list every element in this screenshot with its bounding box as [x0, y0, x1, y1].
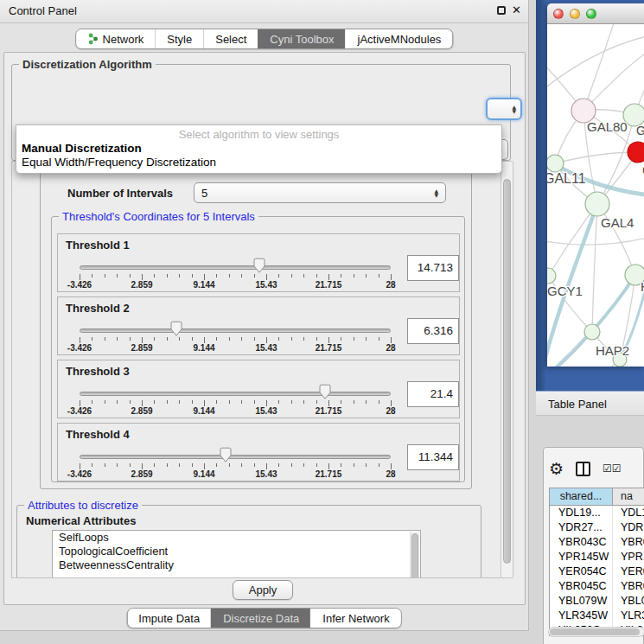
tab-select[interactable]: Select [203, 29, 258, 48]
node-label: H [641, 279, 644, 294]
cell-shared-name[interactable]: YLR345W [550, 609, 613, 623]
settings-vertical-scrollbar[interactable] [501, 161, 513, 578]
table-toolbar: ⚙ ☑☑ [549, 455, 644, 482]
slider-thumb[interactable] [318, 384, 332, 400]
cell-shared-name[interactable]: YBL079W [550, 594, 613, 609]
tab-cyni-toolbox[interactable]: Cyni Toolbox [258, 29, 345, 48]
network-node[interactable] [547, 155, 564, 172]
number-of-intervals-value: 5 [201, 187, 207, 200]
network-node[interactable] [547, 268, 556, 284]
tab-jactivemnodules[interactable]: jActiveMNodules [346, 29, 453, 48]
numerical-attributes-list[interactable]: SelfLoopsTopologicalCoefficientBetweenne… [52, 530, 421, 578]
slider-thumb[interactable] [252, 258, 266, 274]
table-row[interactable]: YLR345WYLR3 [550, 609, 644, 623]
tab-impute-data[interactable]: Impute Data [127, 609, 211, 628]
float-window-icon[interactable] [497, 6, 506, 15]
attribute-item[interactable]: TopologicalCoefficient [53, 545, 420, 558]
checkbox-columns-icon[interactable]: ☑☑ [603, 462, 622, 475]
table-row[interactable]: YBL079WYBL0 [550, 594, 644, 609]
threshold-label: Threshold 1 [66, 239, 130, 252]
threshold-value-field[interactable]: 6.316 [407, 318, 459, 344]
table-row[interactable]: YDL19...YDL1 [550, 506, 644, 520]
threshold-panel-3: Threshold 3-3.4262.8599.14415.4321.71528… [57, 360, 460, 418]
cell-name[interactable]: YDR2 [613, 520, 644, 535]
cell-name[interactable]: YBL0 [613, 594, 644, 609]
cell-shared-name[interactable]: YDR27... [550, 520, 613, 535]
close-traffic-light[interactable] [553, 9, 564, 19]
table-header-row: shared... na [550, 488, 644, 506]
network-edge[interactable] [555, 152, 638, 163]
threshold-slider[interactable]: -3.4262.8599.14415.4321.71528 [80, 318, 391, 353]
algorithm-combobox[interactable]: ▲▼ [486, 98, 522, 120]
attributes-list-scrollbar[interactable] [410, 532, 419, 578]
table-row[interactable]: YER054CYER0 [550, 564, 644, 579]
scale-label: 15.43 [255, 406, 277, 416]
node-label: GAL4 [601, 215, 634, 230]
cell-name[interactable]: YBR0 [613, 535, 644, 550]
threshold-value-field[interactable]: 21.4 [407, 381, 459, 407]
tab-discretize-data[interactable]: Discretize Data [211, 609, 310, 628]
network-edge[interactable] [583, 24, 616, 111]
close-icon[interactable]: ✕ [512, 5, 521, 16]
threshold-value-field[interactable]: 11.344 [407, 444, 459, 470]
dropdown-prompt-item[interactable]: Select algorithm to view settings [16, 128, 501, 142]
scale-label: 2.859 [131, 406, 152, 416]
cell-shared-name[interactable]: YDL19... [550, 506, 613, 520]
network-edge[interactable] [583, 50, 644, 111]
network-edge[interactable] [592, 204, 597, 332]
table-horizontal-scrollbar[interactable] [548, 627, 644, 637]
attribute-item[interactable]: SelfLoops [53, 531, 420, 545]
cell-name[interactable]: YDL1 [613, 506, 644, 520]
network-canvas[interactable]: GAL80GACGAL11GAL4GCY1HHAP2 [547, 24, 644, 367]
network-node[interactable] [584, 324, 600, 340]
scale-label: 21.715 [316, 406, 342, 416]
cell-shared-name[interactable]: YPR145W [550, 550, 613, 564]
tab-style[interactable]: Style [155, 29, 203, 48]
column-header-shared-name[interactable]: shared... [550, 488, 613, 505]
zoom-traffic-light[interactable] [586, 9, 596, 19]
tab-infer-network[interactable]: Infer Network [310, 609, 400, 628]
minimize-traffic-light[interactable] [570, 9, 580, 19]
table-row[interactable]: YBR045CYBR0 [550, 579, 644, 594]
scale-label: 9.144 [193, 469, 214, 479]
network-node[interactable] [628, 142, 644, 163]
slider-thumb[interactable] [169, 321, 183, 337]
network-node[interactable] [585, 192, 609, 216]
cell-name[interactable]: YER0 [613, 564, 644, 579]
cyni-toolbox-panel: Discretization Algorithm ▲▼ Table Data g… [3, 52, 526, 605]
threshold-slider[interactable]: -3.4262.8599.14415.4321.71528 [80, 444, 391, 479]
threshold-slider[interactable]: -3.4262.8599.14415.4321.71528 [80, 381, 391, 416]
gear-icon[interactable]: ⚙ [549, 460, 564, 477]
cell-shared-name[interactable]: YBR045C [550, 579, 613, 594]
cell-name[interactable]: YBR0 [613, 579, 644, 594]
table-row[interactable]: YBR043CYBR0 [550, 535, 644, 550]
apply-button[interactable]: Apply [233, 580, 293, 600]
cell-name[interactable]: YPR1 [613, 550, 644, 564]
scrollbar-thumb[interactable] [550, 628, 640, 635]
dropdown-option-manual[interactable]: Manual Discretization [16, 142, 501, 156]
network-edge[interactable] [548, 204, 597, 276]
number-of-intervals-label: Number of Intervals [67, 187, 173, 200]
split-view-icon[interactable] [576, 462, 590, 476]
scrollbar-thumb[interactable] [503, 179, 511, 564]
cell-shared-name[interactable]: YER054C [550, 564, 613, 579]
number-of-intervals-combobox[interactable]: 5 ▲▼ [194, 182, 446, 203]
attribute-item[interactable]: BetweennessCentrality [53, 558, 420, 572]
node-label: GCY1 [547, 284, 583, 298]
threshold-label: Threshold 3 [66, 365, 130, 378]
right-panel-area: GAL80GACGAL11GAL4GCY1HHAP2 Table Panel ⚙… [536, 0, 644, 644]
cell-name[interactable]: YLR3 [613, 609, 644, 623]
threshold-slider[interactable]: -3.4262.8599.14415.4321.71528 [80, 255, 391, 290]
threshold-value-field[interactable]: 14.713 [407, 255, 459, 281]
threshold-label: Threshold 2 [66, 302, 130, 315]
scale-label: 15.43 [255, 280, 277, 290]
table-row[interactable]: YDR27...YDR2 [550, 520, 644, 535]
cell-shared-name[interactable]: YBR043C [550, 535, 613, 550]
column-header-name[interactable]: na [613, 488, 644, 505]
tab-network[interactable]: Network [76, 29, 156, 48]
table-row[interactable]: YPR145WYPR1 [550, 550, 644, 564]
scale-label: 2.859 [131, 343, 152, 353]
dropdown-option-equal-width[interactable]: Equal Width/Frequency Discretization [16, 156, 501, 169]
slider-thumb[interactable] [219, 447, 233, 463]
table-panel-titlebar: Table Panel [536, 391, 644, 416]
